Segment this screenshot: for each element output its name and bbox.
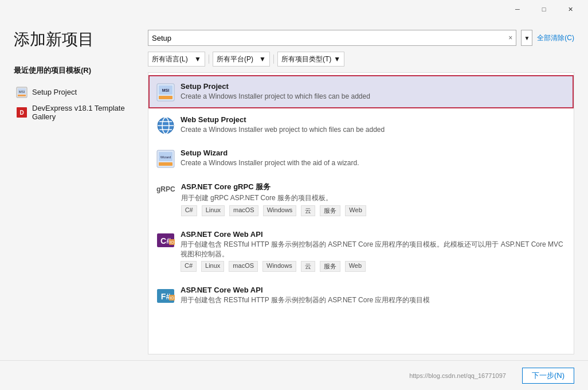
webapi-csharp-content: ASP.NET Core Web API 用于创建包含 RESTful HTTP… <box>181 230 566 272</box>
webapi-tag-windows: Windows <box>262 261 296 272</box>
recent-item-setup-label: Setup Project <box>32 88 77 96</box>
web-setup-content: Web Setup Project Create a Windows Insta… <box>181 115 566 135</box>
grpc-badge: gRPC <box>156 185 175 193</box>
dialog-body: 添加新项目 最近使用的项目模板(R) MSI Setup Project D D… <box>0 18 588 360</box>
webapi-fsharp-content: ASP.NET Core Web API 用于创建包含 RESTful HTTP… <box>181 286 566 305</box>
right-panel: × ▼ 全部清除(C) 所有语言(L) ▼ 所有平台(P) ▼ 所有项目类型(T <box>148 30 574 354</box>
left-panel: 添加新项目 最近使用的项目模板(R) MSI Setup Project D D… <box>14 30 134 354</box>
filter-row: 所有语言(L) ▼ 所有平台(P) ▼ 所有项目类型(T) ▼ <box>148 52 574 67</box>
webapi-csharp-title: ASP.NET Core Web API <box>181 230 566 239</box>
setup-wizard-icon: Wizard <box>156 150 175 168</box>
filter-platform-label: 所有平台(P) <box>217 54 253 64</box>
grpc-tag-windows: Windows <box>263 205 297 216</box>
svg-text:Wizard: Wizard <box>160 155 171 159</box>
result-item-setup-project[interactable]: MSI Setup Project Create a Windows Insta… <box>148 75 574 108</box>
svg-text:MSI: MSI <box>19 90 25 93</box>
web-setup-title: Web Setup Project <box>181 115 566 124</box>
setup-wizard-content: Setup Wizard Create a Windows Installer … <box>181 149 566 168</box>
search-input[interactable] <box>152 34 506 42</box>
web-setup-desc: Create a Windows Installer web project t… <box>181 125 566 135</box>
filter-language[interactable]: 所有语言(L) ▼ <box>148 52 205 67</box>
dialog: 添加新项目 最近使用的项目模板(R) MSI Setup Project D D… <box>0 18 588 390</box>
search-dropdown-button[interactable]: ▼ <box>521 30 532 46</box>
svg-text:D: D <box>19 110 23 116</box>
filter-language-label: 所有语言(L) <box>152 54 188 64</box>
filter-platform-chevron: ▼ <box>259 55 266 63</box>
filter-language-chevron: ▼ <box>194 55 201 63</box>
grpc-title: ASP.NET Core gRPC 服务 <box>181 182 566 192</box>
webapi-tag-macos: macOS <box>229 261 258 272</box>
grpc-content: ASP.NET Core gRPC 服务 用于创建 gRPC ASP.NET C… <box>181 182 566 216</box>
setup-wizard-title: Setup Wizard <box>181 149 566 157</box>
footer-url: https://blog.csdn.net/qq_16771097 <box>14 372 506 379</box>
minimize-button[interactable]: ─ <box>504 0 531 18</box>
grpc-tag-web: Web <box>345 205 366 216</box>
svg-text:MSI: MSI <box>162 88 170 92</box>
webapi-tag-csharp: C# <box>181 261 197 272</box>
recent-item-setup[interactable]: MSI Setup Project <box>14 84 134 101</box>
setup-project-title: Setup Project <box>181 82 566 91</box>
grpc-tag-csharp: C# <box>181 205 197 216</box>
result-item-webapi-fsharp[interactable]: F# IO ASP.NET Core Web API 用于创建包含 RESTfu… <box>148 279 574 312</box>
filter-type-chevron: ▼ <box>334 55 340 63</box>
search-row: × ▼ 全部清除(C) <box>148 30 574 46</box>
setup-wizard-desc: Create a Windows Installer project with … <box>181 158 566 168</box>
results-list: MSI Setup Project Create a Windows Insta… <box>148 73 574 314</box>
svg-text:F#: F# <box>161 292 171 301</box>
svg-rect-8 <box>159 96 173 99</box>
webapi-tag-web: Web <box>345 261 366 272</box>
csharp-api-icon: C# IO <box>156 231 175 249</box>
webapi-csharp-desc: 用于创建包含 RESTful HTTP 服务示例控制器的 ASP.NET Cor… <box>181 240 566 259</box>
svg-rect-17 <box>159 162 173 166</box>
dialog-title: 添加新项目 <box>14 30 134 49</box>
recent-item-devexpress[interactable]: D DevExpress v18.1 Template Gallery <box>14 101 134 124</box>
grpc-tag-linux: Linux <box>202 205 225 216</box>
grpc-tag-macos: macOS <box>229 205 258 216</box>
webapi-tag-service: 服务 <box>320 261 340 272</box>
setup-project-desc: Create a Windows Installer project to wh… <box>181 92 566 102</box>
clear-all-link[interactable]: 全部清除(C) <box>537 33 574 43</box>
search-clear-icon[interactable]: × <box>508 34 512 42</box>
svg-text:IO: IO <box>170 296 174 300</box>
svg-text:IO: IO <box>170 240 174 244</box>
grpc-tags: C# Linux macOS Windows 云 服务 Web <box>181 205 566 216</box>
titlebar: ─ □ ✕ <box>0 0 588 18</box>
filter-type[interactable]: 所有项目类型(T) ▼ <box>277 52 344 67</box>
result-item-grpc[interactable]: gRPC ASP.NET Core gRPC 服务 用于创建 gRPC ASP.… <box>148 175 574 223</box>
webapi-fsharp-title: ASP.NET Core Web API <box>181 286 566 294</box>
filter-divider-1 <box>209 54 209 64</box>
setup-project-content: Setup Project Create a Windows Installer… <box>181 82 566 102</box>
close-button[interactable]: ✕ <box>557 0 583 18</box>
webapi-tag-cloud: 云 <box>301 261 315 272</box>
webapi-csharp-tags: C# Linux macOS Windows 云 服务 Web <box>181 261 566 272</box>
next-button[interactable]: 下一步(N) <box>522 368 574 384</box>
filter-type-label: 所有项目类型(T) <box>281 54 331 64</box>
maximize-button[interactable]: □ <box>531 0 557 18</box>
recent-item-devexpress-label: DevExpress v18.1 Template Gallery <box>32 104 132 121</box>
grpc-desc: 用于创建 gRPC ASP.NET Core 服务的项目模板。 <box>181 193 566 203</box>
recent-section-label: 最近使用的项目模板(R) <box>14 65 134 76</box>
setup-project-icon: MSI <box>156 83 175 102</box>
dialog-footer: https://blog.csdn.net/qq_16771097 下一步(N) <box>0 360 588 390</box>
filter-platform[interactable]: 所有平台(P) ▼ <box>213 52 270 67</box>
grpc-tag-service: 服务 <box>320 205 340 216</box>
webapi-fsharp-desc: 用于创建包含 RESTful HTTP 服务示例控制器的 ASP.NET Cor… <box>181 295 566 305</box>
setup-icon: MSI <box>16 87 28 98</box>
filter-divider-2 <box>273 54 274 64</box>
grpc-tag-cloud: 云 <box>301 205 315 216</box>
result-item-webapi-csharp[interactable]: C# IO ASP.NET Core Web API 用于创建包含 RESTfu… <box>148 223 574 279</box>
web-setup-icon <box>156 116 175 135</box>
webapi-tag-linux: Linux <box>201 261 224 272</box>
search-box: × <box>148 30 516 46</box>
results-container[interactable]: MSI Setup Project Create a Windows Insta… <box>148 72 574 354</box>
result-item-web-setup[interactable]: Web Setup Project Create a Windows Insta… <box>148 108 574 142</box>
svg-rect-2 <box>18 95 26 96</box>
fsharp-api-icon: F# IO <box>156 287 175 305</box>
result-item-setup-wizard[interactable]: Wizard Setup Wizard Create a Windows Ins… <box>148 142 574 175</box>
devexpress-icon: D <box>16 107 28 118</box>
